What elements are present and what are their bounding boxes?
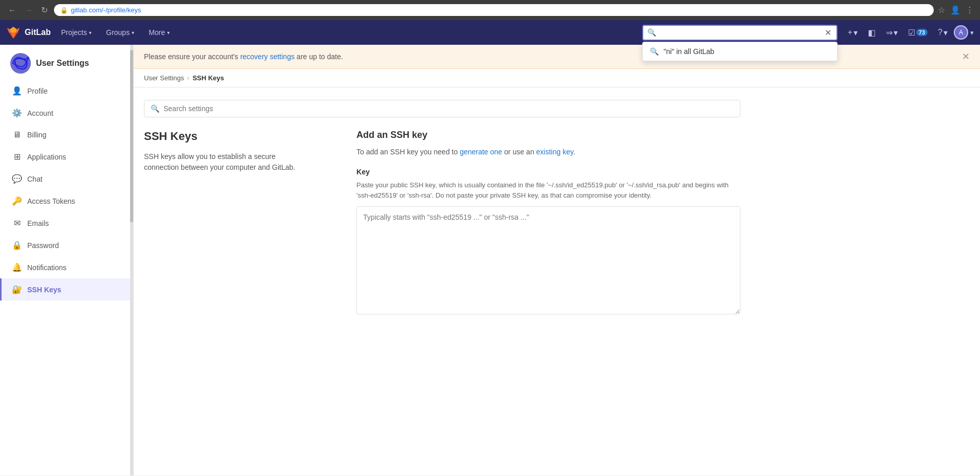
sidebar-item-account[interactable]: ⚙️ Account [0,102,133,124]
gitlab-text: GitLab [25,28,51,37]
sidebar-item-profile-label: Profile [27,87,48,95]
user-icon[interactable]: 👤 [950,5,960,15]
menu-icon[interactable]: ⋮ [966,5,974,15]
sidebar-item-access-tokens[interactable]: 🔑 Access Tokens [0,190,133,212]
sidebar-item-billing[interactable]: 🖥 Billing [0,124,133,146]
todos-button[interactable]: ☑ 73 [904,25,932,41]
generate-one-link[interactable]: generate one [460,148,502,156]
help-button[interactable]: ? ▾ [934,25,952,41]
user-menu-button[interactable]: A ▾ [954,25,974,40]
key-label: Key [356,168,740,176]
gitlab-logo[interactable]: GitLab [6,25,51,40]
add-ssh-title: Add an SSH key [356,130,740,140]
new-button[interactable]: + ▾ [844,25,862,41]
banner-link[interactable]: recovery settings [240,52,295,61]
forward-button[interactable]: → [23,5,35,16]
sidebar-header: User Settings [0,45,133,80]
settings-search: 🔍 [144,100,740,117]
sidebar-scroll-thumb [130,50,133,222]
url-input[interactable] [71,6,928,14]
sidebar-item-chat-label: Chat [27,175,43,183]
sidebar-item-password-label: Password [27,241,59,250]
help-icon: ? [938,28,942,37]
add-desc-period: . [573,148,575,156]
sidebar-item-emails[interactable]: ✉ Emails [0,212,133,234]
nav-more[interactable]: More ▾ [144,20,174,45]
applications-icon: ⊞ [12,152,22,162]
refresh-button[interactable]: ↻ [39,4,50,16]
user-avatar: A [954,25,968,40]
back-button[interactable]: ← [6,5,19,16]
todos-badge: 73 [916,29,928,36]
sidebar-title: User Settings [36,59,89,68]
search-input[interactable]: ni [659,28,821,37]
nav-projects-label: Projects [61,28,87,37]
settings-search-input[interactable] [164,104,734,113]
search-clear-button[interactable]: ✕ [824,28,832,38]
existing-key-link[interactable]: existing key [536,148,573,156]
sidebar-item-chat[interactable]: 💬 Chat [0,168,133,190]
ssh-keys-desc-2: connection between your computer and Git… [144,163,295,171]
merge-requests-button[interactable]: ⇒ ▾ [882,25,902,41]
dock-icon: ◧ [868,28,876,38]
info-banner: Please ensure your account's recovery se… [134,45,980,69]
add-desc-between: or use an [504,148,534,156]
breadcrumb-separator: › [187,74,189,82]
sidebar-item-ssh-keys[interactable]: 🔐 SSH Keys [0,278,133,301]
new-chevron: ▾ [854,28,858,38]
key-description: Paste your public SSH key, which is usua… [356,180,740,200]
breadcrumb-current: SSH Keys [192,74,224,82]
search-container: 🔍 ni ✕ 🔍 "ni" in all GitLab [642,25,838,41]
sidebar-item-ssh-keys-label: SSH Keys [27,286,61,294]
sidebar: User Settings 👤 Profile ⚙️ Account 🖥 Bil… [0,45,134,475]
nav-projects-chevron: ▾ [89,30,92,36]
access-tokens-icon: 🔑 [12,196,22,206]
dock-button[interactable]: ◧ [864,25,880,41]
merge-requests-chevron: ▾ [894,28,898,38]
breadcrumb-parent[interactable]: User Settings [144,74,184,82]
ssh-key-textarea[interactable] [356,206,740,314]
banner-close-button[interactable]: ✕ [962,51,970,62]
sidebar-item-applications-label: Applications [27,153,66,161]
merge-requests-icon: ⇒ [886,28,893,38]
bookmark-icon[interactable]: ☆ [938,5,945,15]
new-icon: + [848,28,852,37]
navbar-actions: + ▾ ◧ ⇒ ▾ ☑ 73 ? ▾ A ▾ [844,25,974,41]
search-icon: 🔍 [647,28,656,37]
search-dropdown-item[interactable]: 🔍 "ni" in all GitLab [643,42,837,61]
app-layout: User Settings 👤 Profile ⚙️ Account 🖥 Bil… [0,45,980,475]
nav-more-chevron: ▾ [167,30,170,36]
sidebar-item-billing-label: Billing [27,131,46,139]
nav-projects[interactable]: Projects ▾ [57,20,96,45]
browser-actions: ☆ 👤 ⋮ [938,5,974,15]
sidebar-scrollbar[interactable] [130,45,133,475]
ssh-keys-desc-1: SSH keys allow you to establish a secure [144,152,276,161]
user-menu-chevron: ▾ [970,29,974,37]
sidebar-item-applications[interactable]: ⊞ Applications [0,146,133,168]
sidebar-item-notifications-label: Notifications [27,263,66,272]
search-dropdown-icon: 🔍 [650,47,659,56]
search-dropdown: 🔍 "ni" in all GitLab [642,42,838,61]
sidebar-nav: 👤 Profile ⚙️ Account 🖥 Billing ⊞ Applica… [0,80,133,301]
content-area: 🔍 SSH Keys SSH keys allow you to establi… [134,87,751,328]
main-content: Please ensure your account's recovery se… [134,45,980,475]
sidebar-item-password[interactable]: 🔒 Password [0,234,133,256]
password-icon: 🔒 [12,240,22,250]
browser-chrome: ← → ↻ 🔒 ☆ 👤 ⋮ [0,0,980,20]
breadcrumb: User Settings › SSH Keys [134,69,980,87]
sidebar-item-notifications[interactable]: 🔔 Notifications [0,256,133,278]
nav-groups[interactable]: Groups ▾ [102,20,138,45]
sidebar-item-profile[interactable]: 👤 Profile [0,80,133,102]
search-wrapper: 🔍 ni ✕ [642,25,838,41]
profile-icon: 👤 [12,86,22,96]
sidebar-item-account-label: Account [27,109,53,117]
avatar-initial: A [959,29,963,36]
gitlab-navbar: GitLab Projects ▾ Groups ▾ More ▾ 🔍 ni ✕… [0,20,980,45]
add-desc-before: To add an SSH key you need to [356,148,458,156]
checkbox-icon: ☑ [908,28,915,38]
account-icon: ⚙️ [12,108,22,118]
search-dropdown-label: "ni" in all GitLab [664,47,715,56]
sidebar-item-access-tokens-label: Access Tokens [27,197,75,205]
sidebar-item-emails-label: Emails [27,219,49,227]
add-ssh-key-form: Add an SSH key To add an SSH key you nee… [356,130,740,316]
